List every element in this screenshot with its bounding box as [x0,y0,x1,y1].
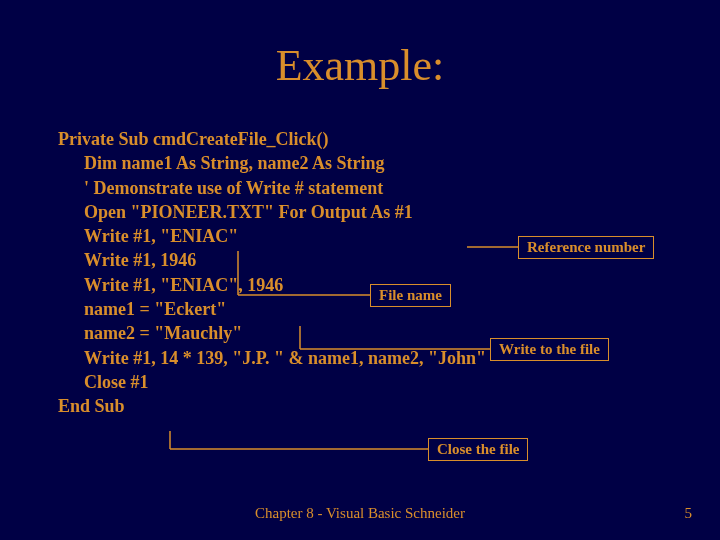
slide-title: Example: [0,40,720,91]
annotation-close-file: Close the file [428,438,528,461]
code-line: name2 = "Mauchly" [58,321,720,345]
code-line: ' Demonstrate use of Write # statement [58,176,720,200]
annotation-reference-number: Reference number [518,236,654,259]
code-line: Close #1 [58,370,720,394]
code-block: Private Sub cmdCreateFile_Click() Dim na… [58,127,720,419]
annotation-write-to-file: Write to the file [490,338,609,361]
annotation-file-name: File name [370,284,451,307]
footer-text: Chapter 8 - Visual Basic Schneider [0,505,720,522]
page-number: 5 [685,505,693,522]
code-line: Private Sub cmdCreateFile_Click() [58,127,720,151]
footer: Chapter 8 - Visual Basic Schneider 5 [0,505,720,522]
code-line: Write #1, 14 * 139, "J.P. " & name1, nam… [58,346,720,370]
code-line: Dim name1 As String, name2 As String [58,151,720,175]
code-line: End Sub [58,394,720,418]
code-line: Open "PIONEER.TXT" For Output As #1 [58,200,720,224]
